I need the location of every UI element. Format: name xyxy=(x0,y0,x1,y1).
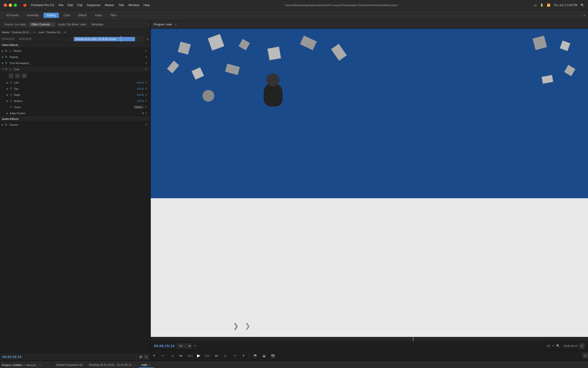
volume-expand[interactable]: ▶ xyxy=(2,124,5,126)
desktop-tab-close[interactable]: × xyxy=(134,364,135,366)
right-value[interactable]: 0.0 % xyxy=(132,93,144,96)
ec-clip-right[interactable]: main * Desktop 06.... xyxy=(39,31,63,34)
ec-dropdown-icon[interactable]: ▼ xyxy=(33,31,35,33)
tab-all-panels[interactable]: All Panels xyxy=(3,13,22,18)
program-ruler[interactable] xyxy=(151,337,588,341)
step-forward-button[interactable]: ⊣ xyxy=(231,352,238,359)
left-value[interactable]: 0.0 % xyxy=(132,81,144,84)
top-reset[interactable]: ↺ xyxy=(144,87,149,90)
play-back-button[interactable]: ◁◁ xyxy=(186,352,193,359)
ec-scroll-up[interactable]: ▲ xyxy=(147,38,149,40)
fullscreen-button[interactable] xyxy=(14,4,17,7)
opacity-reset[interactable]: ↺ xyxy=(144,55,149,58)
right-expand[interactable]: ▶ xyxy=(7,94,10,96)
left-expand[interactable]: ▶ xyxy=(7,82,10,84)
ec-clip-right-arrow[interactable]: ▼ xyxy=(64,31,66,33)
program-fit-arrow[interactable]: ▼ xyxy=(194,344,196,347)
minimize-button[interactable] xyxy=(9,4,12,7)
tab-effect-controls[interactable]: Effect Controls ≡ xyxy=(29,22,55,27)
crop-tool-circle[interactable]: ○ xyxy=(9,73,14,78)
bottom-stopwatch[interactable]: ⏱ xyxy=(10,100,14,102)
right-stopwatch[interactable]: ⏱ xyxy=(10,93,14,96)
tab-editing[interactable]: Editing xyxy=(44,13,59,18)
motion-expand[interactable]: ▶ xyxy=(2,50,5,52)
tab-effects[interactable]: Effects xyxy=(75,13,90,18)
left-reset[interactable]: ↺ xyxy=(144,81,149,84)
frame-forward-button[interactable]: ▷ xyxy=(222,352,229,359)
bottom-value[interactable]: 3.0 % xyxy=(132,100,144,102)
tab-nested-sequence[interactable]: Nested Sequence 01 xyxy=(54,363,86,368)
bottom-reset[interactable]: ↺ xyxy=(144,100,149,102)
export-frame-button[interactable]: 📷 xyxy=(270,352,276,359)
tab-audio-clip-mixer[interactable]: Audio Clip Mixer: main xyxy=(56,22,89,27)
mark-out-button[interactable]: ▾ xyxy=(240,352,247,359)
top-stopwatch[interactable]: ⏱ xyxy=(10,87,14,90)
menu-title[interactable]: Title xyxy=(119,3,124,7)
tab-source[interactable]: Source: (no clips) xyxy=(2,22,28,27)
edge-feather-value[interactable]: 0 xyxy=(132,112,144,115)
opacity-expand[interactable]: ▶ xyxy=(2,56,5,58)
close-button[interactable] xyxy=(4,4,7,7)
top-value[interactable]: 3.0 % xyxy=(132,87,144,90)
ec-clip-bar[interactable]: Desktop 06.01.2016 - 23.28.36.13.mp4 xyxy=(74,37,135,41)
play-forward-button[interactable]: ▷▷ xyxy=(204,352,211,359)
program-fit-selector[interactable]: Fit 25% 50% 100% xyxy=(177,343,192,348)
time-remapping-reset[interactable]: ↺ xyxy=(144,62,149,64)
effect-controls-menu-icon[interactable]: ≡ xyxy=(52,23,53,26)
tab-titles[interactable]: Titles xyxy=(107,13,120,18)
menu-window[interactable]: Window xyxy=(128,3,139,7)
zoom-stopwatch[interactable]: ⏱ xyxy=(10,106,14,109)
motion-reset[interactable]: ↺ xyxy=(144,49,149,52)
project-menu-icon[interactable]: ≡ xyxy=(23,364,25,367)
more-tabs-button[interactable]: » xyxy=(583,13,585,17)
main-tab-close[interactable]: ≡ xyxy=(149,364,151,366)
volume-reset[interactable]: ↺ xyxy=(144,123,149,126)
crop-expand[interactable]: ▼ xyxy=(2,68,5,70)
bottom-expand[interactable]: ▶ xyxy=(7,100,10,102)
menu-edit[interactable]: Edit xyxy=(68,3,73,7)
crop-reset[interactable]: ↺ xyxy=(144,68,149,70)
search-icon[interactable]: 🔍 xyxy=(581,4,584,7)
crop-tool-pen[interactable]: ✏ xyxy=(22,73,27,78)
menu-clip[interactable]: Clip xyxy=(77,3,82,7)
jump-end-button[interactable]: ⏭ xyxy=(213,352,220,359)
project-more-button[interactable]: » xyxy=(39,364,41,367)
insert-button[interactable]: ⬒ xyxy=(252,352,258,359)
ec-export-icon[interactable]: ⬛ xyxy=(144,355,148,359)
jump-start-button[interactable]: ⏮ xyxy=(178,352,184,359)
play-button[interactable]: ▶ xyxy=(195,352,202,359)
project-media-browser-tab[interactable]: Media B... xyxy=(26,364,38,367)
pm-zoom-icon[interactable]: 🔍 xyxy=(556,344,560,348)
menu-sequence[interactable]: Sequence xyxy=(87,3,101,7)
time-remapping-expand[interactable]: ▶ xyxy=(2,62,5,64)
overwrite-button[interactable]: ⬓ xyxy=(261,352,267,359)
edge-feather-expand[interactable]: ▶ xyxy=(7,112,10,114)
menu-help[interactable]: Help xyxy=(143,3,150,7)
crop-tool-rect[interactable]: □ xyxy=(15,73,20,78)
tab-desktop-clip[interactable]: Desktop 06.01.2016 - 21.24.45.11 × xyxy=(86,363,138,368)
ec-audio-icon[interactable]: 🔊 xyxy=(139,355,142,358)
apple-menu[interactable]: 🍎 xyxy=(23,3,27,7)
edge-feather-reset[interactable]: ↺ xyxy=(144,112,149,114)
step-back-button[interactable]: ⊢ xyxy=(160,352,166,359)
menu-marker[interactable]: Marker xyxy=(105,3,114,7)
program-add-button[interactable]: + xyxy=(579,343,585,349)
zoom-reset[interactable]: ↺ xyxy=(144,106,149,108)
program-menu-icon[interactable]: ≡ xyxy=(175,23,177,26)
tab-audio[interactable]: Audio xyxy=(91,13,105,18)
zoom-value[interactable]: Zoom xyxy=(133,105,144,109)
menu-file[interactable]: File xyxy=(59,3,63,7)
tab-main[interactable]: main ≡ xyxy=(139,363,154,368)
menu-app[interactable]: Premiere Pro CC xyxy=(31,3,54,7)
right-reset[interactable]: ↺ xyxy=(144,93,149,96)
tab-metadata[interactable]: Metadata xyxy=(89,22,105,27)
top-expand[interactable]: ▶ xyxy=(7,88,10,90)
tab-assembly[interactable]: Assembly xyxy=(23,13,42,18)
left-stopwatch[interactable]: ⏱ xyxy=(10,81,14,84)
tab-color[interactable]: Color xyxy=(60,13,74,18)
ec-ruler-area[interactable]: Desktop 06.01.2016 - 23.28.36.13.mp4 xyxy=(70,36,145,42)
pm-page-arrow[interactable]: ▼ xyxy=(552,344,554,347)
ec-clip-left[interactable]: Master * Desktop 06.01.... xyxy=(2,31,32,34)
frame-back-button[interactable]: ◁ xyxy=(169,352,175,359)
add-controls-button[interactable]: + xyxy=(582,353,588,358)
